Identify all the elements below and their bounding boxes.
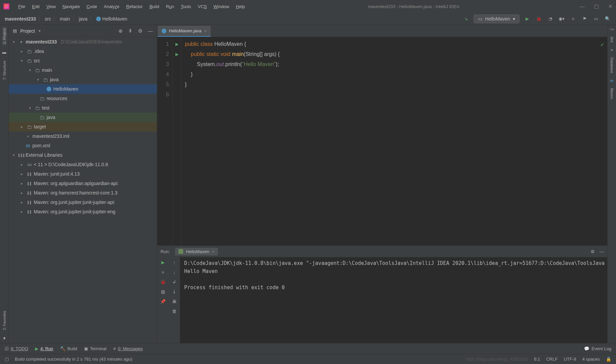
tree-target[interactable]: ▸target xyxy=(9,122,157,131)
code-content[interactable]: public class HelloMaven { public static … xyxy=(181,37,607,245)
run-settings-gear-icon[interactable]: ⚙ xyxy=(591,249,595,254)
profile-button[interactable]: ◉▾ xyxy=(558,15,565,23)
bottom-event-log[interactable]: 💬Event Log xyxy=(584,346,611,351)
tree-lib-1[interactable]: ▸⫿⫿Maven: junit:junit:4.13 xyxy=(9,169,157,179)
breadcrumb-src[interactable]: src xyxy=(45,16,51,22)
scroll-to-end-icon[interactable]: ⤓ xyxy=(172,289,176,294)
scroll-up-icon[interactable]: ↑ xyxy=(173,260,175,265)
indent-info[interactable]: 4 spaces xyxy=(582,357,600,362)
bottom-run[interactable]: ▶4: Run xyxy=(35,346,53,351)
debug-rerun-icon[interactable]: 🐞 xyxy=(160,279,166,284)
close-tab-icon[interactable]: × xyxy=(204,28,207,34)
tree-lib-3[interactable]: ▸⫿⫿Maven: org.hamcrest:hamcrest-core:1.3 xyxy=(9,188,157,198)
breadcrumb-main[interactable]: main xyxy=(60,16,70,22)
editor-tab-hellomaven[interactable]: HelloMaven.java × xyxy=(157,25,211,37)
tab-structure[interactable]: 7: Structure xyxy=(2,59,6,81)
menu-window[interactable]: Window xyxy=(211,3,232,10)
menu-view[interactable]: View xyxy=(44,3,58,10)
run-tab[interactable]: HelloMaven × xyxy=(175,248,218,255)
tab-ant[interactable]: Ant xyxy=(610,35,614,44)
settings-gear-icon[interactable]: ⚙ xyxy=(138,28,142,34)
pin-icon[interactable]: 📌 xyxy=(160,299,166,304)
tool-windows-icon[interactable]: ▢ xyxy=(5,357,9,362)
bottom-terminal[interactable]: ▣Terminal xyxy=(84,346,107,351)
breadcrumb-project[interactable]: maventest233 xyxy=(5,16,36,22)
code-editor[interactable]: ✓ 123456 ▶ ▶ public class HelloMaven { p… xyxy=(157,37,607,245)
bottom-messages[interactable]: ≡0: Messages xyxy=(113,346,143,351)
menu-build[interactable]: Build xyxy=(147,3,162,10)
tree-test-java[interactable]: java xyxy=(9,113,157,122)
menu-analyze[interactable]: Analyze xyxy=(101,3,122,10)
layout-icon[interactable]: ▥ xyxy=(161,289,165,294)
run-method-gutter-icon[interactable]: ▶ xyxy=(173,49,181,59)
tree-iml[interactable]: ▫maventest233.iml xyxy=(9,131,157,141)
readonly-lock-icon[interactable]: 🔒 xyxy=(606,357,611,362)
tree-lib-0[interactable]: ▸▭< 11 > D:\CodeJava\JDK\jdk-11.0.8 xyxy=(9,160,157,169)
chevron-down-icon[interactable]: ▾ xyxy=(38,28,41,33)
run-console[interactable]: D:\CodeJava\JDK\jdk-11.0.8\bin\java.exe … xyxy=(180,257,607,343)
run-button[interactable]: ▶ xyxy=(524,15,531,23)
debug-button[interactable]: 🐞 xyxy=(535,15,542,23)
hide-run-panel-icon[interactable]: — xyxy=(599,249,604,254)
clear-all-icon[interactable]: 🗑 xyxy=(172,309,176,314)
tree-idea[interactable]: ▸.idea xyxy=(9,47,157,56)
close-run-tab-icon[interactable]: × xyxy=(212,249,215,254)
coverage-button[interactable]: ◔ xyxy=(547,15,554,23)
soft-wrap-icon[interactable]: ↲ xyxy=(172,279,176,284)
tree-lib-2[interactable]: ▸⫿⫿Maven: org.apiguardian:apiguardian-ap… xyxy=(9,179,157,188)
tree-test[interactable]: ▾test xyxy=(9,103,157,113)
maven-icon[interactable]: m xyxy=(610,79,614,83)
tab-project[interactable]: 1: Project xyxy=(2,27,6,45)
run-class-gutter-icon[interactable]: ▶ xyxy=(173,39,181,49)
tree-hellomaven[interactable]: HelloMaven xyxy=(9,84,157,94)
tree-root[interactable]: ▾▪ maventest233 D:\CodeJava\IDEA\mavente… xyxy=(9,37,157,47)
menu-navigate[interactable]: Navigate xyxy=(60,3,82,10)
stop-button[interactable]: ■ xyxy=(569,15,577,23)
maximize-icon[interactable]: ▢ xyxy=(594,3,599,9)
bottom-build[interactable]: 🔨Build xyxy=(60,346,77,351)
close-icon[interactable]: ✕ xyxy=(608,3,613,9)
breadcrumb-java[interactable]: java xyxy=(79,16,88,22)
rerun-button[interactable]: ▶ xyxy=(161,260,165,265)
project-pin-icon[interactable]: ▬ xyxy=(2,50,6,55)
stop-run-button[interactable]: ■ xyxy=(162,270,164,275)
tree-lib-4[interactable]: ▸⫿⫿Maven: org.junit.jupiter:junit-jupite… xyxy=(9,198,157,207)
star-icon[interactable]: ★ xyxy=(3,336,6,343)
print-icon[interactable]: 🖶 xyxy=(172,299,176,304)
collapse-all-icon[interactable]: ⇞ xyxy=(128,28,133,34)
menu-edit[interactable]: Edit xyxy=(29,3,42,10)
minimize-icon[interactable]: — xyxy=(580,3,585,9)
menu-file[interactable]: File xyxy=(16,3,28,10)
caret-position[interactable]: 6:1 xyxy=(534,357,540,362)
tree-external-libraries[interactable]: ▾⫿⫿⫿External Libraries xyxy=(9,150,157,160)
tree-main[interactable]: ▾main xyxy=(9,65,157,75)
search-everywhere-icon[interactable]: 🔍 xyxy=(604,15,611,23)
locate-icon[interactable]: ⊕ xyxy=(118,28,123,34)
menu-help[interactable]: Help xyxy=(233,3,248,10)
database-icon[interactable]: ≡ xyxy=(611,48,613,52)
bottom-todo[interactable]: ☑6: TODO xyxy=(5,346,28,351)
vcs-update-icon[interactable]: ⚑ xyxy=(581,15,588,23)
line-separator[interactable]: CRLF xyxy=(546,357,558,362)
build-icon[interactable]: ↘ xyxy=(462,15,470,23)
tree-src[interactable]: ▾src xyxy=(9,56,157,65)
scroll-down-icon[interactable]: ↓ xyxy=(173,270,175,275)
tree-java[interactable]: ▾java xyxy=(9,75,157,84)
ant-icon[interactable]: 🐜 xyxy=(610,27,614,31)
run-configuration-selector[interactable]: ▭ HelloMaven ▾ xyxy=(474,14,520,23)
menu-run[interactable]: Run xyxy=(163,3,177,10)
menu-refactor[interactable]: Refactor xyxy=(123,3,145,10)
tree-lib-5[interactable]: ▸⫿⫿Maven: org.junit.jupiter:junit-jupite… xyxy=(9,207,157,216)
project-tree[interactable]: ▾▪ maventest233 D:\CodeJava\IDEA\mavente… xyxy=(9,37,157,343)
tree-resources[interactable]: resources xyxy=(9,94,157,103)
hide-panel-icon[interactable]: — xyxy=(148,28,153,34)
project-panel-title[interactable]: Project xyxy=(20,28,35,34)
file-encoding[interactable]: UTF-8 xyxy=(564,357,576,362)
breadcrumb-file[interactable]: HelloMaven xyxy=(96,16,127,22)
tab-favorites[interactable]: 2: Favorites xyxy=(2,309,6,331)
tree-pom[interactable]: mpom.xml xyxy=(9,141,157,150)
menu-tools[interactable]: Tools xyxy=(178,3,194,10)
menu-code[interactable]: Code xyxy=(84,3,100,10)
project-structure-icon[interactable]: ▭ xyxy=(592,15,600,23)
tab-database[interactable]: Database xyxy=(610,56,614,74)
